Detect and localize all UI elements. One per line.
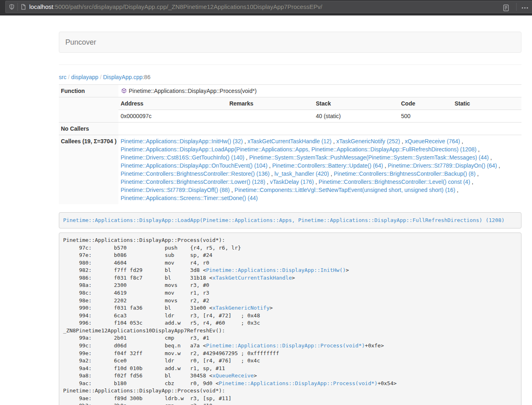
stack-value: 40 (static)	[314, 110, 399, 123]
stats-row: Address Remarks Stack Code Static 0x0000…	[59, 97, 521, 123]
callee-link[interactable]: Pinetime::Applications::DisplayApp::Load…	[121, 146, 476, 153]
stats-table: Address Remarks Stack Code Static 0x0000…	[118, 97, 521, 122]
callee-link[interactable]: Pinetime::Components::LittleVgl::SetNewT…	[235, 187, 455, 193]
url-separator	[17, 3, 18, 11]
breadcrumb-displayapp[interactable]: displayapp	[71, 74, 98, 80]
brand-title[interactable]: Puncover	[65, 38, 515, 46]
breadcrumb-separator: /	[68, 74, 70, 80]
callee-link[interactable]: vTaskDelay (176)	[270, 179, 314, 185]
callees-list: Pinetime::Applications::DisplayApp::Init…	[118, 135, 521, 205]
remarks-value	[227, 110, 314, 123]
url-host: localhost	[29, 3, 53, 10]
callee-link[interactable]: Pinetime::Applications::Screens::Timer::…	[121, 195, 258, 201]
breadcrumb-line-number: :86	[142, 74, 150, 80]
breadcrumb-src[interactable]: src	[59, 74, 67, 80]
function-row: Function Pinetime::Applications::Display…	[59, 85, 521, 97]
static-value	[452, 110, 521, 123]
function-name: Pinetime::Applications::DisplayApp::Proc…	[129, 88, 256, 94]
loadapp-symbol-box: Pinetime::Applications::DisplayApp::Load…	[59, 212, 521, 228]
address-value: 0x0000097c	[118, 110, 227, 123]
breadcrumb-separator: /	[100, 74, 101, 80]
code-value: 500	[399, 110, 452, 123]
callee-link[interactable]: xTaskGetCurrentTaskHandle (12)	[248, 138, 332, 144]
page-icon[interactable]	[20, 4, 26, 10]
callee-link[interactable]: Pinetime::Drivers::St7789::DisplayOn() (…	[388, 162, 497, 169]
callee-link[interactable]: Pinetime::Controllers::BrightnessControl…	[319, 179, 470, 185]
no-callers-label: No Callers	[59, 123, 118, 135]
callee-link[interactable]: Pinetime::Controllers::Battery::Update()…	[272, 162, 383, 169]
col-static: Static	[452, 97, 521, 110]
breadcrumb: src / displayapp / DisplayApp.cpp:86	[59, 73, 521, 81]
callee-link[interactable]: Pinetime::Drivers::Cst816S::GetTouchInfo…	[121, 154, 244, 161]
menu-button[interactable]	[519, 2, 531, 13]
asm-symbol-link[interactable]: xQueueReceive	[212, 373, 254, 379]
no-callers-row: No Callers	[59, 123, 521, 135]
callee-link[interactable]: xQueueReceive (764)	[405, 138, 460, 144]
col-address: Address	[118, 97, 227, 110]
shield-icon[interactable]	[9, 4, 15, 10]
brand-panel: Puncover	[59, 32, 521, 53]
asm-symbol-link[interactable]: xTaskGenericNotify	[212, 305, 269, 311]
callee-link[interactable]: lv_task_handler (420)	[274, 170, 329, 177]
col-remarks: Remarks	[227, 97, 314, 110]
callees-row: Callees (19, Σ=3704 ) Pinetime::Applicat…	[59, 135, 521, 205]
kebab-menu-icon	[521, 4, 528, 11]
breadcrumb-file[interactable]: DisplayApp.cpp	[103, 74, 142, 80]
url-path: :5000/path/src/displayapp/DisplayApp.cpp…	[53, 3, 322, 10]
callee-link[interactable]: xTaskGenericNotify (252)	[336, 138, 400, 144]
callees-label: Callees (19, Σ=3704 )	[59, 135, 118, 205]
symbol-cube-icon	[121, 88, 127, 93]
toolbar-separator	[516, 3, 517, 11]
callee-link[interactable]: Pinetime::Applications::DisplayApp::Init…	[121, 138, 243, 144]
browser-toolbar: localhost:5000/path/src/displayapp/Displ…	[0, 0, 532, 15]
reader-mode-button[interactable]	[500, 2, 512, 13]
asm-symbol-link[interactable]: Pinetime::Applications::DisplayApp::Proc…	[219, 380, 377, 386]
divider	[59, 65, 521, 65]
function-info-table: Function Pinetime::Applications::Display…	[59, 84, 521, 204]
function-label: Function	[59, 85, 118, 97]
reader-mode-icon	[503, 4, 509, 11]
asm-symbol-link[interactable]: xTaskGetCurrentTaskHandle	[212, 275, 292, 281]
url-text[interactable]: localhost:5000/path/src/displayapp/Displ…	[29, 2, 322, 11]
callee-link[interactable]: Pinetime::Applications::DisplayApp::OnTo…	[121, 162, 267, 169]
callee-link[interactable]: Pinetime::Controllers::BrightnessControl…	[121, 170, 269, 177]
col-stack: Stack	[314, 97, 399, 110]
loadapp-symbol-link[interactable]: Pinetime::Applications::DisplayApp::Load…	[63, 217, 505, 223]
asm-symbol-link[interactable]: Pinetime::Applications::DisplayApp::Proc…	[206, 343, 365, 349]
callee-link[interactable]: Pinetime::System::SystemTask::PushMessag…	[249, 154, 489, 161]
col-code: Code	[399, 97, 452, 110]
callee-link[interactable]: Pinetime::Controllers::BrightnessControl…	[121, 179, 265, 185]
callee-link[interactable]: Pinetime::Controllers::BrightnessControl…	[334, 170, 475, 177]
callee-link[interactable]: Pinetime::Drivers::St7789::DisplayOff() …	[121, 187, 230, 193]
assembly-listing: Pinetime::Applications::DisplayApp::Proc…	[59, 233, 521, 405]
url-bar[interactable]: localhost:5000/path/src/displayapp/Displ…	[5, 1, 532, 13]
asm-symbol-link[interactable]: Pinetime::Applications::DisplayApp::Init…	[206, 267, 346, 273]
